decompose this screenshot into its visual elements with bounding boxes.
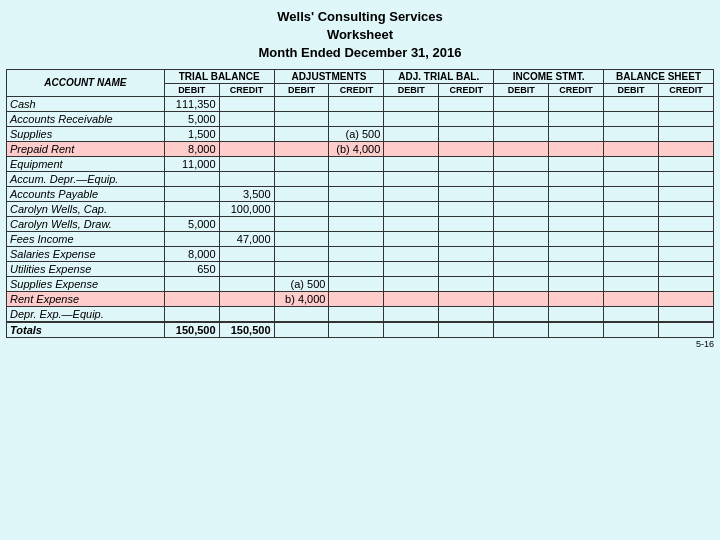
table-cell bbox=[494, 261, 549, 276]
table-cell bbox=[329, 261, 384, 276]
table-cell bbox=[219, 126, 274, 141]
title-line3: Month Ended December 31, 2016 bbox=[6, 44, 714, 62]
table-cell bbox=[604, 306, 659, 322]
table-cell bbox=[439, 141, 494, 156]
is-credit-header: CREDIT bbox=[549, 83, 604, 96]
table-cell bbox=[658, 246, 713, 261]
table-cell bbox=[274, 126, 329, 141]
table-row: Carolyn Wells, Cap.100,000 bbox=[7, 201, 714, 216]
table-cell bbox=[164, 171, 219, 186]
adj-debit-header: DEBIT bbox=[274, 83, 329, 96]
table-cell bbox=[219, 276, 274, 291]
table-cell bbox=[494, 141, 549, 156]
table-cell bbox=[494, 231, 549, 246]
table-cell bbox=[384, 156, 439, 171]
table-cell bbox=[384, 246, 439, 261]
table-cell bbox=[384, 186, 439, 201]
table-cell bbox=[549, 96, 604, 111]
total-cell bbox=[494, 322, 549, 338]
table-cell bbox=[274, 201, 329, 216]
total-cell bbox=[604, 322, 659, 338]
table-cell bbox=[494, 246, 549, 261]
table-cell bbox=[549, 186, 604, 201]
table-cell: 1,500 bbox=[164, 126, 219, 141]
table-cell bbox=[549, 216, 604, 231]
table-cell bbox=[329, 111, 384, 126]
adj-credit-header: CREDIT bbox=[329, 83, 384, 96]
table-cell bbox=[604, 156, 659, 171]
tb-credit-header: CREDIT bbox=[219, 83, 274, 96]
table-cell bbox=[494, 306, 549, 322]
table-cell bbox=[329, 201, 384, 216]
table-cell: (b) 4,000 bbox=[329, 141, 384, 156]
table-cell bbox=[439, 261, 494, 276]
table-cell: Salaries Expense bbox=[7, 246, 165, 261]
table-cell bbox=[329, 96, 384, 111]
table-cell bbox=[219, 96, 274, 111]
table-cell: Carolyn Wells, Draw. bbox=[7, 216, 165, 231]
table-cell bbox=[274, 156, 329, 171]
balance-sheet-header: BALANCE SHEET bbox=[604, 69, 714, 83]
table-cell bbox=[604, 126, 659, 141]
table-cell bbox=[329, 276, 384, 291]
table-cell bbox=[549, 171, 604, 186]
table-cell bbox=[658, 141, 713, 156]
table-cell bbox=[274, 306, 329, 322]
table-cell bbox=[329, 306, 384, 322]
table-cell bbox=[329, 186, 384, 201]
table-cell bbox=[384, 96, 439, 111]
table-cell: Accounts Receivable bbox=[7, 111, 165, 126]
total-cell: 150,500 bbox=[219, 322, 274, 338]
table-cell bbox=[494, 111, 549, 126]
table-cell: Accum. Depr.—Equip. bbox=[7, 171, 165, 186]
table-cell bbox=[494, 156, 549, 171]
table-cell bbox=[274, 231, 329, 246]
table-row: Salaries Expense8,000 bbox=[7, 246, 714, 261]
table-cell bbox=[604, 261, 659, 276]
table-row: Rent Expenseb) 4,000 bbox=[7, 291, 714, 306]
table-cell bbox=[439, 276, 494, 291]
table-cell bbox=[494, 291, 549, 306]
table-cell bbox=[384, 231, 439, 246]
title-line1: Wells' Consulting Services bbox=[6, 8, 714, 26]
table-cell bbox=[658, 96, 713, 111]
table-cell: 5,000 bbox=[164, 216, 219, 231]
table-cell bbox=[274, 261, 329, 276]
table-cell bbox=[219, 306, 274, 322]
table-cell: Supplies bbox=[7, 126, 165, 141]
table-cell bbox=[494, 276, 549, 291]
table-cell bbox=[604, 186, 659, 201]
table-row: Accum. Depr.—Equip. bbox=[7, 171, 714, 186]
account-name-header: ACCOUNT NAME bbox=[7, 69, 165, 96]
table-row: Prepaid Rent8,000(b) 4,000 bbox=[7, 141, 714, 156]
table-cell: 47,000 bbox=[219, 231, 274, 246]
table-cell bbox=[604, 246, 659, 261]
table-cell bbox=[494, 186, 549, 201]
table-cell bbox=[549, 111, 604, 126]
table-cell bbox=[439, 246, 494, 261]
table-cell bbox=[549, 276, 604, 291]
total-cell: 150,500 bbox=[164, 322, 219, 338]
table-cell: (a) 500 bbox=[274, 276, 329, 291]
table-row: Utilities Expense650 bbox=[7, 261, 714, 276]
table-cell bbox=[604, 111, 659, 126]
table-cell bbox=[274, 96, 329, 111]
table-cell bbox=[658, 291, 713, 306]
table-cell: Supplies Expense bbox=[7, 276, 165, 291]
total-cell bbox=[439, 322, 494, 338]
table-row: Accounts Payable3,500 bbox=[7, 186, 714, 201]
bs-debit-header: DEBIT bbox=[604, 83, 659, 96]
table-row: Depr. Exp.—Equip. bbox=[7, 306, 714, 322]
table-cell bbox=[658, 186, 713, 201]
table-cell bbox=[384, 276, 439, 291]
table-cell: 8,000 bbox=[164, 141, 219, 156]
table-cell: Prepaid Rent bbox=[7, 141, 165, 156]
total-cell bbox=[274, 322, 329, 338]
table-cell bbox=[549, 291, 604, 306]
total-cell bbox=[384, 322, 439, 338]
table-cell bbox=[604, 231, 659, 246]
table-cell bbox=[329, 231, 384, 246]
table-cell: 111,350 bbox=[164, 96, 219, 111]
table-cell: Cash bbox=[7, 96, 165, 111]
table-cell bbox=[658, 276, 713, 291]
